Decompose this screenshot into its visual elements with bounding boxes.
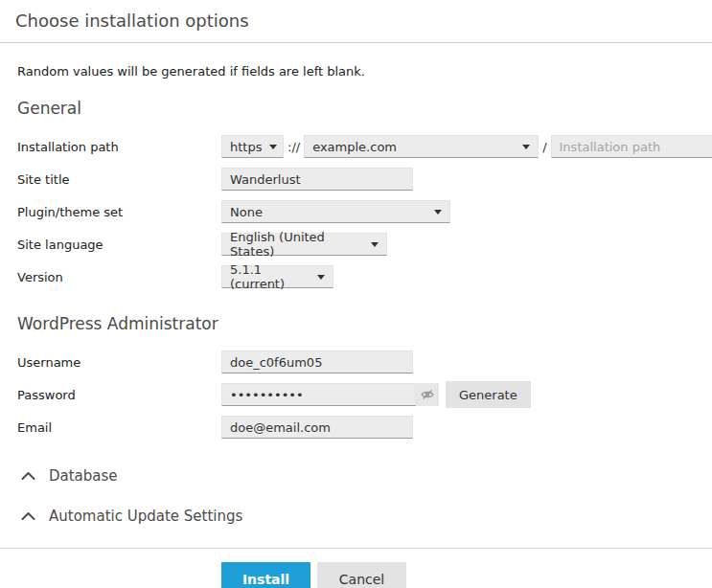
intro-text: Random values will be generated if field…: [17, 64, 695, 79]
email-input[interactable]: [221, 416, 413, 439]
username-input[interactable]: [221, 351, 413, 373]
page-title: Choose installation options: [15, 11, 697, 31]
dialog-footer: Install Cancel: [0, 548, 712, 588]
caret-down-icon: [317, 275, 325, 280]
installation-path-controls: https :// example.com /: [221, 135, 712, 158]
collapsed-sections: Database Automatic Update Settings: [17, 467, 695, 525]
protocol-select[interactable]: https: [221, 135, 284, 158]
plugin-theme-set-value: None: [230, 205, 263, 219]
section-heading-admin: WordPress Administrator: [17, 314, 695, 333]
eye-slash-icon: [420, 387, 435, 402]
site-language-label: Site language: [17, 237, 221, 252]
installation-path-row: Installation path https :// example.com …: [17, 135, 695, 158]
site-title-input[interactable]: [221, 168, 413, 191]
protocol-select-value: https: [230, 140, 262, 154]
section-toggle-auto-update[interactable]: Automatic Update Settings: [17, 508, 695, 525]
chevron-up-icon: [21, 471, 35, 481]
plugin-theme-set-select[interactable]: None: [221, 200, 450, 223]
show-password-button[interactable]: [416, 383, 439, 406]
version-select[interactable]: 5.1.1 (current): [221, 265, 333, 288]
generate-password-button[interactable]: Generate: [446, 381, 531, 408]
cancel-button[interactable]: Cancel: [317, 562, 406, 588]
caret-down-icon: [522, 145, 530, 149]
chevron-up-icon: [21, 511, 35, 521]
password-label: Password: [17, 388, 221, 402]
site-title-row: Site title: [17, 168, 695, 191]
install-button[interactable]: Install: [221, 562, 310, 588]
caret-down-icon: [434, 210, 442, 215]
installation-path-label: Installation path: [17, 140, 221, 154]
caret-down-icon: [269, 145, 277, 149]
caret-down-icon: [371, 242, 379, 247]
username-label: Username: [17, 355, 221, 370]
section-toggle-database[interactable]: Database: [17, 467, 695, 485]
site-language-value: English (United States): [230, 230, 363, 259]
domain-select-value: example.com: [312, 140, 397, 154]
section-heading-general: General: [17, 99, 695, 118]
admin-rows: Username Password Generat: [17, 351, 695, 439]
dialog-content: Random values will be generated if field…: [0, 64, 712, 525]
email-label: Email: [17, 420, 221, 435]
installation-path-input[interactable]: [551, 135, 712, 158]
collapse-label-database: Database: [49, 467, 118, 485]
version-label: Version: [17, 270, 221, 284]
collapse-label-auto-update: Automatic Update Settings: [49, 508, 242, 525]
plugin-theme-set-row: Plugin/theme set None: [17, 200, 695, 223]
path-separator: /: [539, 140, 550, 154]
version-row: Version 5.1.1 (current): [17, 265, 695, 288]
password-input[interactable]: [221, 383, 416, 406]
protocol-separator: ://: [284, 140, 304, 154]
password-row: Password Generate: [17, 383, 695, 406]
install-options-dialog: Choose installation options Random value…: [0, 0, 712, 588]
site-title-label: Site title: [17, 172, 221, 187]
general-rows: Installation path https :// example.com …: [17, 135, 695, 288]
plugin-theme-set-label: Plugin/theme set: [17, 205, 221, 219]
site-language-select[interactable]: English (United States): [221, 233, 387, 256]
site-language-row: Site language English (United States): [17, 233, 695, 256]
version-value: 5.1.1 (current): [230, 262, 310, 291]
username-row: Username: [17, 351, 695, 373]
email-row: Email: [17, 416, 695, 439]
domain-select[interactable]: example.com: [304, 135, 539, 158]
dialog-header: Choose installation options: [0, 0, 712, 43]
